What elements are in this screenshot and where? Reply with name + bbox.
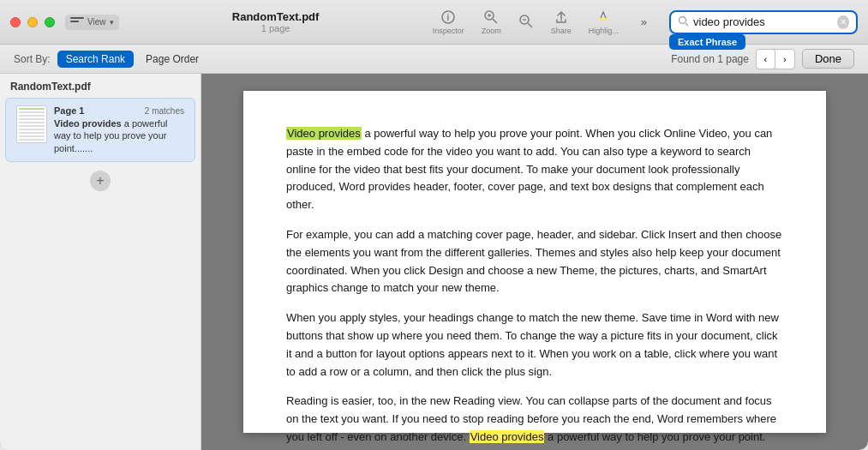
pdf-text-2: For example, you can add a matching cove… xyxy=(286,228,781,294)
view-label: View xyxy=(87,17,106,27)
maximize-button[interactable] xyxy=(45,17,55,27)
highlight-icon xyxy=(596,9,611,25)
page-order-button[interactable]: Page Order xyxy=(137,51,207,68)
search-container: ✕ Exact Phrase xyxy=(669,10,858,34)
sort-by-label: Sort By: xyxy=(14,53,51,65)
pdf-viewer[interactable]: Video provides a powerful way to help yo… xyxy=(201,74,868,450)
zoom-label: Zoom xyxy=(482,27,501,35)
svg-text:i: i xyxy=(447,13,450,22)
close-button[interactable] xyxy=(10,17,21,27)
titlebar: View ▾ RandomText.pdf 1 page i Inspector xyxy=(0,0,868,45)
found-text: Found on 1 page xyxy=(671,53,749,65)
search-bar: ✕ xyxy=(669,10,858,34)
sidebar-result-item[interactable]: Page 1 2 matches Video provides a powerf… xyxy=(5,98,195,162)
zoom-out-icon xyxy=(518,14,534,29)
exact-phrase-badge[interactable]: Exact Phrase xyxy=(669,34,745,50)
search-input[interactable] xyxy=(693,15,837,28)
view-toggle[interactable]: View ▾ xyxy=(65,15,119,30)
traffic-lights xyxy=(10,17,55,27)
result-info: Page 1 2 matches Video provides a powerf… xyxy=(54,105,184,154)
search-rank-button[interactable]: Search Rank xyxy=(57,51,134,68)
sidebar-toggle-icon xyxy=(70,17,84,27)
highlight-tool[interactable]: Highlig... xyxy=(589,9,619,35)
result-preview-bold: Video provides xyxy=(54,118,122,129)
add-page-button[interactable]: + xyxy=(90,171,111,191)
pdf-paragraph-4: Reading is easier, too, in the new Readi… xyxy=(286,393,783,446)
next-result-button[interactable]: › xyxy=(775,50,794,69)
zoom-icon xyxy=(483,9,499,25)
highlight-label: Highlig... xyxy=(589,27,619,35)
pdf-paragraph-2: For example, you can add a matching cove… xyxy=(286,226,783,297)
prev-result-button[interactable]: ‹ xyxy=(757,50,775,69)
pdf-text-3: When you apply styles, your headings cha… xyxy=(286,311,779,377)
share-icon xyxy=(554,9,569,25)
sidebar-file-title: RandomText.pdf xyxy=(0,74,201,96)
search-icon xyxy=(678,15,689,29)
done-button[interactable]: Done xyxy=(802,49,854,69)
view-chevron: ▾ xyxy=(110,18,114,27)
zoom-out-tool[interactable] xyxy=(518,14,534,31)
pdf-page: Video provides a powerful way to help yo… xyxy=(243,91,826,433)
title-center: RandomText.pdf 1 page xyxy=(119,10,433,33)
pdf-text-4b: a powerful way to help you prove your po… xyxy=(544,430,765,443)
highlight-2: Video provides xyxy=(470,430,545,443)
result-matches: 2 matches xyxy=(145,106,184,116)
inspector-icon: i xyxy=(440,9,456,25)
pdf-paragraph-1: Video provides a powerful way to help yo… xyxy=(286,125,783,214)
thumbnail xyxy=(16,105,47,143)
minimize-button[interactable] xyxy=(27,17,38,27)
main-content: RandomText.pdf xyxy=(0,74,868,450)
svg-line-3 xyxy=(493,19,497,23)
search-navigation: Found on 1 page ‹ › Done xyxy=(671,49,854,69)
result-header: Page 1 2 matches xyxy=(54,105,184,116)
toolbar-tools: i Inspector Zoom xyxy=(433,9,858,35)
svg-point-10 xyxy=(679,16,686,23)
highlight-1: Video provides xyxy=(286,127,362,140)
main-window: View ▾ RandomText.pdf 1 page i Inspector xyxy=(0,0,868,450)
view-control[interactable]: View ▾ xyxy=(65,15,119,30)
svg-line-11 xyxy=(685,23,688,26)
sidebar: RandomText.pdf xyxy=(0,74,201,450)
inspector-label: Inspector xyxy=(433,27,464,35)
inspector-tool[interactable]: i Inspector xyxy=(433,9,464,35)
file-title: RandomText.pdf xyxy=(232,10,320,23)
nav-buttons: ‹ › xyxy=(756,49,795,69)
result-page: Page 1 xyxy=(54,105,84,116)
thumbnail-preview xyxy=(17,106,46,142)
pdf-paragraph-3: When you apply styles, your headings cha… xyxy=(286,309,783,381)
file-subtitle: 1 page xyxy=(261,23,290,33)
share-tool[interactable]: Share xyxy=(551,9,572,35)
more-tools-button[interactable]: » xyxy=(636,14,652,30)
svg-rect-9 xyxy=(598,18,608,21)
share-label: Share xyxy=(551,27,572,35)
search-clear-button[interactable]: ✕ xyxy=(837,15,849,29)
result-preview: Video provides a powerful way to help yo… xyxy=(54,117,184,154)
zoom-tool[interactable]: Zoom xyxy=(482,9,501,35)
svg-line-7 xyxy=(528,23,532,27)
